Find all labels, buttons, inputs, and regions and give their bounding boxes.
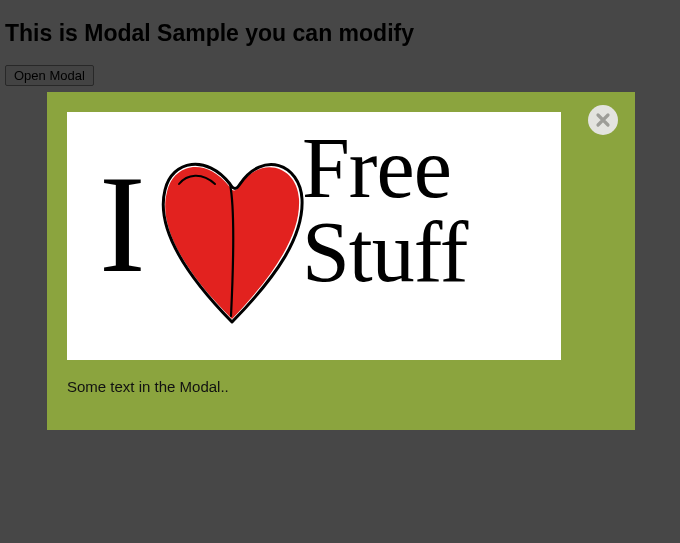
hero-line2: Stuff xyxy=(302,210,467,294)
modal-overlay[interactable]: I Free Stuff Some text in the Modal.. xyxy=(0,0,680,543)
heart-icon xyxy=(157,144,307,334)
hero-text: Free Stuff xyxy=(302,126,467,295)
hero-line1: Free xyxy=(302,126,467,210)
modal-dialog: I Free Stuff Some text in the Modal.. xyxy=(47,92,635,430)
hero-image: I Free Stuff xyxy=(67,112,561,360)
modal-body-text: Some text in the Modal.. xyxy=(67,378,615,395)
close-icon xyxy=(595,112,611,128)
hero-letter-i: I xyxy=(99,154,146,294)
close-button[interactable] xyxy=(588,105,618,135)
